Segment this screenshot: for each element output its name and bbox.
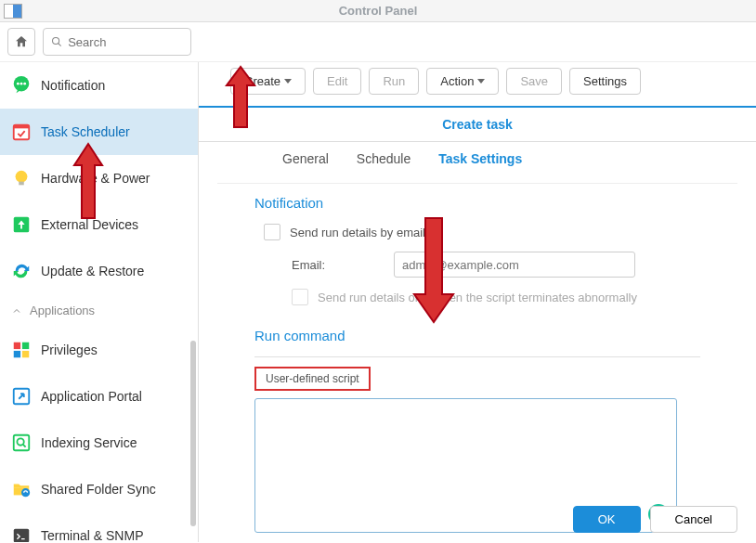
scrollbar[interactable] <box>190 341 196 526</box>
sidebar-item-indexing-service[interactable]: Indexing Service <box>0 420 198 466</box>
annotation-arrow-down <box>407 211 461 327</box>
annotation-arrow-up <box>217 62 264 135</box>
email-label: Email: <box>292 258 385 272</box>
terminal-icon <box>11 525 32 542</box>
svg-rect-12 <box>22 343 29 349</box>
sidebar-item-label: Task Scheduler <box>41 124 130 139</box>
sidebar-item-update-restore[interactable]: Update & Restore <box>0 248 198 294</box>
dialog-title: Create task <box>199 108 756 142</box>
send-details-checkbox[interactable] <box>264 224 280 240</box>
send-details-label: Send run details by email <box>290 226 425 239</box>
svg-point-8 <box>16 171 28 183</box>
sidebar-item-label: Notification <box>41 78 105 93</box>
svg-point-5 <box>23 83 26 85</box>
sidebar-item-terminal-snmp[interactable]: Terminal & SNMP <box>0 512 198 542</box>
user-defined-script-label: User-defined script <box>254 367 371 391</box>
chevron-up-icon <box>11 305 22 317</box>
run-command-title: Run command <box>254 328 700 343</box>
svg-point-4 <box>20 83 23 85</box>
upload-icon <box>11 214 32 235</box>
caret-down-icon <box>284 79 292 84</box>
home-icon <box>14 34 29 49</box>
search-input[interactable] <box>68 35 183 49</box>
abnormal-label: Send run details only when the script te… <box>318 291 637 304</box>
sidebar-item-label: Update & Restore <box>41 264 144 278</box>
sidebar-item-privileges[interactable]: Privileges <box>0 327 198 373</box>
svg-rect-9 <box>19 182 24 186</box>
window-title: Control Panel <box>22 4 734 18</box>
ok-button[interactable]: OK <box>573 506 641 533</box>
calendar-check-icon <box>11 122 32 142</box>
search-icon <box>51 35 62 48</box>
cancel-button[interactable]: Cancel <box>650 506 737 533</box>
speech-bubble-icon <box>11 75 32 96</box>
sidebar-item-label: Terminal & SNMP <box>41 528 143 542</box>
notification-section: Notification Send run details by email E… <box>199 184 756 328</box>
sidebar-item-label: Shared Folder Sync <box>41 482 156 497</box>
edit-button[interactable]: Edit <box>313 68 361 95</box>
sidebar-item-label: Indexing Service <box>41 435 137 450</box>
svg-point-17 <box>17 438 23 445</box>
sidebar-item-application-portal[interactable]: Application Portal <box>0 373 198 420</box>
svg-point-0 <box>53 37 59 44</box>
run-button[interactable]: Run <box>369 68 419 95</box>
svg-line-1 <box>59 44 61 46</box>
dialog-footer: OK Cancel <box>573 506 737 533</box>
sidebar-item-label: Application Portal <box>41 389 142 404</box>
sidebar-group-applications[interactable]: Applications <box>0 294 198 327</box>
lightbulb-icon <box>11 168 32 188</box>
content-area: Create Edit Run Action Save Settings Cre… <box>199 62 756 542</box>
tab-schedule[interactable]: Schedule <box>357 151 411 174</box>
svg-rect-7 <box>14 125 30 129</box>
grid-icon <box>11 340 32 360</box>
sidebar-item-notification[interactable]: Notification <box>0 62 198 109</box>
app-icon <box>4 4 22 19</box>
sidebar-item-label: Privileges <box>41 343 98 357</box>
tab-task-settings[interactable]: Task Settings <box>438 151 522 174</box>
settings-button[interactable]: Settings <box>569 68 641 95</box>
sync-icon <box>11 261 32 281</box>
home-button[interactable] <box>7 28 35 56</box>
sidebar: Notification Task Scheduler Hardware & P… <box>0 62 199 542</box>
abnormal-checkbox[interactable] <box>292 289 308 305</box>
topbar <box>0 22 756 62</box>
sidebar-group-label: Applications <box>30 304 95 317</box>
svg-rect-14 <box>22 351 29 357</box>
caret-down-icon <box>477 79 485 84</box>
save-button[interactable]: Save <box>506 68 562 95</box>
svg-rect-16 <box>14 435 30 451</box>
tab-general[interactable]: General <box>282 151 329 174</box>
sidebar-item-shared-folder-sync[interactable]: Shared Folder Sync <box>0 466 198 512</box>
folder-sync-icon <box>11 479 32 499</box>
dialog-tabs: General Schedule Task Settings <box>217 142 737 184</box>
svg-rect-20 <box>14 529 30 542</box>
svg-point-19 <box>21 488 30 497</box>
svg-rect-11 <box>14 343 20 349</box>
search-box[interactable] <box>43 28 191 56</box>
annotation-arrow-up <box>65 139 111 223</box>
notification-title: Notification <box>254 195 700 211</box>
toolbar: Create Edit Run Action Save Settings <box>199 62 756 100</box>
magnify-icon <box>11 433 32 453</box>
action-button[interactable]: Action <box>426 68 499 95</box>
svg-line-18 <box>23 445 26 447</box>
dialog: Create task General Schedule Task Settin… <box>199 106 756 184</box>
svg-point-3 <box>17 83 20 85</box>
external-link-icon <box>11 386 32 407</box>
window-header: Control Panel <box>0 0 756 22</box>
svg-rect-13 <box>14 351 20 357</box>
